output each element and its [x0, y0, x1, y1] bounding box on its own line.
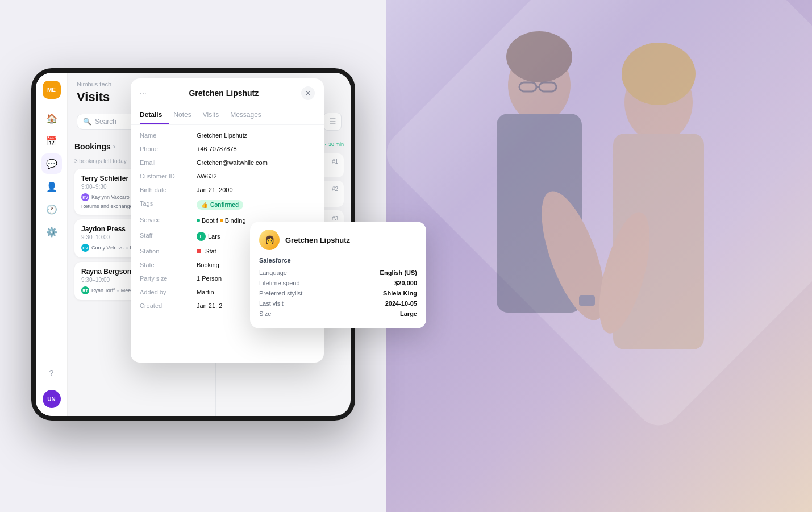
people-illustration [386, 0, 784, 512]
email-field-label: Email [140, 159, 197, 166]
crm-last-visit-value: 2024-10-05 [385, 300, 417, 307]
brand-avatar: ME [43, 81, 61, 99]
state-label: State [140, 261, 197, 268]
crm-language-label: Language [259, 269, 287, 276]
birth-date-label: Birth date [140, 186, 197, 193]
staff-avatar: KV [81, 193, 89, 201]
tab-visits[interactable]: Visits [203, 106, 226, 124]
crm-card-header: 👩 Gretchen Lipshutz [259, 230, 417, 250]
svg-point-8 [622, 43, 696, 105]
svg-rect-6 [579, 295, 595, 306]
station-status-dot [197, 249, 201, 253]
sidebar-item-users[interactable]: 👤 [41, 176, 62, 197]
dot-separator [117, 290, 119, 292]
dot-separator [126, 247, 128, 249]
crm-source-label: Salesforce [259, 257, 417, 264]
added-by-label: Added by [140, 289, 197, 295]
detail-panel-title: Gretchen Lipshutz [147, 89, 301, 98]
crm-last-visit-row: Last visit 2024-10-05 [259, 300, 417, 307]
customer-id-label: Customer ID [140, 173, 197, 180]
service-label: Service [140, 217, 197, 225]
birth-date-value: Jan 21, 2000 [197, 186, 315, 193]
staff-label: Staff [140, 232, 197, 241]
crm-size-label: Size [259, 310, 271, 317]
bookings-title: Bookings › [74, 142, 115, 151]
crm-customer-name: Gretchen Lipshutz [285, 236, 350, 244]
detail-customer-id-row: Customer ID AW632 [140, 173, 315, 180]
sidebar-item-settings[interactable]: ⚙️ [41, 222, 62, 242]
staff-name: Ryan Torff [91, 288, 115, 293]
crm-card: 👩 Gretchen Lipshutz Salesforce Language … [250, 222, 426, 328]
staff-avatar: L [197, 232, 206, 241]
crm-size-row: Size Large [259, 310, 417, 317]
party-size-label: Party size [140, 275, 197, 282]
tab-notes[interactable]: Notes [173, 106, 198, 124]
crm-lifetime-spend-label: Lifetime spend [259, 280, 300, 286]
name-field-value: Gretchen Lipshutz [197, 132, 315, 139]
background-photo [386, 0, 812, 512]
tags-label: Tags [140, 200, 197, 210]
crm-lifetime-spend-value: $20,000 [394, 280, 417, 286]
detail-birth-date-row: Birth date Jan 21, 2000 [140, 186, 315, 193]
crm-size-value: Large [400, 310, 417, 317]
crm-preferred-stylist-row: Preferred stylist Shiela King [259, 290, 417, 297]
detail-email-row: Email Gretchen@waitwhile.com [140, 159, 315, 166]
detail-tabs: Details Notes Visits Messages [131, 106, 324, 125]
crm-lifetime-spend-row: Lifetime spend $20,000 [259, 280, 417, 286]
crm-avatar: 👩 [259, 230, 280, 250]
station-label: Station [140, 248, 197, 255]
crm-language-row: Language English (US) [259, 269, 417, 276]
user-avatar: UN [43, 390, 61, 408]
waitlist-item-number: #1 [332, 159, 338, 165]
waitlist-item-number: #3 [332, 215, 338, 222]
search-placeholder: Search [95, 118, 116, 126]
waitlist-item-number: #2 [332, 186, 338, 192]
crm-preferred-stylist-label: Preferred stylist [259, 290, 302, 297]
service-dot [197, 219, 200, 222]
tab-details[interactable]: Details [140, 106, 169, 124]
search-icon: 🔍 [83, 118, 91, 126]
phone-field-label: Phone [140, 145, 197, 152]
detail-phone-row: Phone +46 70787878 [140, 145, 315, 152]
customer-id-value: AW632 [197, 173, 315, 180]
crm-language-value: English (US) [380, 269, 417, 276]
filter-button[interactable]: ☰ [323, 113, 342, 131]
service-tag-2: Binding [220, 217, 246, 224]
service-label: Returns and exchanges [81, 203, 135, 209]
staff-avatar: CV [81, 244, 89, 252]
detail-tags-row: Tags 👍 Confirmed [140, 200, 315, 210]
detail-panel-header: ··· Gretchen Lipshutz ✕ [131, 78, 324, 106]
sidebar-item-messages[interactable]: 💬 [41, 153, 62, 174]
close-button[interactable]: ✕ [301, 86, 315, 100]
crm-last-visit-label: Last visit [259, 300, 284, 307]
service-tag-1: Boot f [197, 217, 218, 224]
sidebar-item-home[interactable]: 🏠 [41, 108, 62, 128]
tab-messages[interactable]: Messages [230, 106, 268, 124]
confirmed-badge: 👍 Confirmed [197, 200, 243, 210]
phone-field-value: +46 70787878 [197, 145, 315, 152]
name-field-label: Name [140, 132, 197, 139]
staff-name: Kaylynn Vaccaro [91, 194, 130, 200]
sidebar-item-help[interactable]: ? [41, 363, 62, 383]
service-dot [220, 219, 223, 222]
staff-name: Corey Vetrovs [91, 245, 124, 251]
svg-point-7 [506, 31, 572, 82]
more-options-button[interactable]: ··· [140, 89, 147, 98]
created-label: Created [140, 302, 197, 309]
app-sidebar: ME 🏠 📅 💬 👤 🕐 ⚙️ ? UN [36, 73, 68, 416]
sidebar-item-clock[interactable]: 🕐 [41, 199, 62, 219]
email-field-value: Gretchen@waitwhile.com [197, 159, 315, 166]
crm-preferred-stylist-value: Shiela King [383, 290, 417, 297]
sidebar-item-calendar[interactable]: 📅 [41, 131, 62, 151]
staff-avatar: RT [81, 286, 89, 294]
detail-name-row: Name Gretchen Lipshutz [140, 132, 315, 139]
tags-value: 👍 Confirmed [197, 200, 315, 210]
